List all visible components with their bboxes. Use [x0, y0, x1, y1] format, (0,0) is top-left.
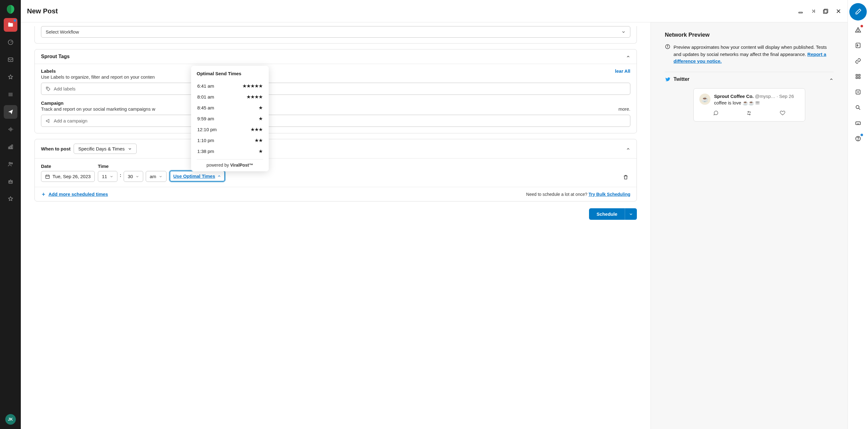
- date-picker[interactable]: Tue, Sep 26, 2023: [41, 171, 95, 182]
- tweet-preview: ☕ Sprout Coffee Co. @mysp… · Sep 26 coff…: [693, 88, 805, 121]
- nav-bot[interactable]: [4, 175, 18, 189]
- minute-value: 30: [128, 174, 133, 179]
- megaphone-icon: [46, 118, 51, 123]
- add-more-times-button[interactable]: Add more scheduled times: [41, 192, 108, 197]
- when-label: When to post: [41, 146, 70, 151]
- dock-right-icon[interactable]: [810, 8, 816, 14]
- optimal-time-label: 8:45 am: [197, 105, 214, 110]
- alerts-button[interactable]: [852, 24, 864, 36]
- star-rating: ★★: [254, 137, 262, 143]
- star-rating: ★: [258, 105, 262, 111]
- when-mode-select[interactable]: Specific Days & Times: [74, 144, 137, 154]
- chevron-up-icon: [829, 77, 834, 81]
- tags-panel-toggle[interactable]: Sprout Tags: [35, 50, 637, 64]
- add-more-label: Add more scheduled times: [49, 192, 108, 197]
- campaign-input[interactable]: Add a campaign: [41, 115, 630, 127]
- close-icon[interactable]: [836, 8, 841, 14]
- info-icon: [665, 44, 671, 65]
- svg-point-16: [9, 181, 10, 182]
- network-name: Twitter: [674, 77, 689, 82]
- workflow-select[interactable]: Select Workflow: [41, 26, 630, 38]
- schedule-split-button[interactable]: [625, 208, 637, 220]
- chevron-up-icon: [626, 147, 630, 151]
- nav-list[interactable]: [4, 88, 18, 101]
- when-mode-value: Specific Days & Times: [78, 146, 125, 151]
- star-rating: ★: [258, 148, 262, 154]
- bulk-hint: Need to schedule a lot at once? Try Bulk…: [526, 192, 630, 197]
- labels-desc: Use Labels to organize, filter and repor…: [41, 74, 630, 80]
- nav-reviews[interactable]: [4, 192, 18, 206]
- schedule-panel-toggle[interactable]: When to post Specific Days & Times: [35, 139, 637, 158]
- svg-point-17: [11, 181, 12, 182]
- nav-publishing[interactable]: [4, 105, 18, 119]
- svg-point-45: [856, 105, 859, 109]
- add-panel-button[interactable]: [852, 86, 864, 98]
- grid-button[interactable]: [852, 70, 864, 83]
- svg-point-25: [47, 88, 48, 88]
- minute-select[interactable]: 30: [124, 171, 143, 182]
- optimal-time-option[interactable]: 8:01 am★★★★: [197, 91, 263, 102]
- nav-people[interactable]: [4, 157, 18, 171]
- svg-point-53: [858, 140, 858, 140]
- network-toggle-twitter[interactable]: Twitter: [665, 72, 834, 86]
- workflow-placeholder: Select Workflow: [46, 29, 79, 34]
- tag-icon: [46, 86, 51, 91]
- campaign-desc: Track and report on your social marketin…: [41, 106, 155, 112]
- svg-point-14: [11, 163, 12, 164]
- svg-point-13: [9, 162, 10, 164]
- optimal-time-label: 9:59 am: [197, 116, 214, 121]
- optimal-time-option[interactable]: 1:10 pm★★: [197, 135, 263, 146]
- delete-time-button[interactable]: [621, 173, 630, 182]
- hour-select[interactable]: 11: [98, 171, 118, 182]
- nav-folder[interactable]: [4, 18, 18, 32]
- labels-placeholder: Add labels: [54, 86, 75, 91]
- nav-dashboard[interactable]: [4, 35, 18, 49]
- date-label: Date: [41, 164, 95, 169]
- optimal-times-button[interactable]: Use Optimal Times: [169, 171, 225, 181]
- optimal-times-popover: Optimal Send Times 6:41 am★★★★★8:01 am★★…: [191, 66, 269, 171]
- reply-icon[interactable]: [713, 110, 719, 116]
- ampm-value: am: [150, 174, 156, 179]
- svg-rect-1: [8, 58, 13, 62]
- optimal-time-label: 8:01 am: [197, 94, 214, 99]
- user-avatar[interactable]: JK: [5, 414, 16, 425]
- schedule-button[interactable]: Schedule: [589, 208, 625, 220]
- minimize-icon[interactable]: [798, 8, 803, 14]
- bulk-link[interactable]: Try Bulk Scheduling: [588, 192, 630, 197]
- ampm-select[interactable]: am: [146, 171, 166, 182]
- nav-pinned[interactable]: [4, 70, 18, 84]
- calendar-icon: [45, 174, 50, 179]
- chevron-up-icon: [626, 54, 630, 59]
- compose-form: Select Workflow Sprout Tags: [21, 22, 651, 429]
- svg-rect-12: [11, 145, 12, 149]
- energy-button[interactable]: [852, 39, 864, 52]
- labels-clear-link[interactable]: lear All: [615, 68, 630, 74]
- nav-inbox[interactable]: [4, 53, 18, 66]
- optimal-time-label: 1:38 pm: [197, 149, 214, 154]
- tweet-avatar: ☕: [699, 93, 711, 105]
- retweet-icon[interactable]: [746, 110, 752, 116]
- link-button[interactable]: [852, 55, 864, 67]
- optimal-time-option[interactable]: 12:10 pm★★★: [197, 124, 263, 135]
- window-icon[interactable]: [823, 8, 829, 14]
- svg-rect-38: [856, 74, 858, 76]
- labels-input[interactable]: Add labels: [41, 83, 630, 95]
- hour-value: 11: [102, 174, 107, 179]
- like-icon[interactable]: [780, 110, 785, 116]
- optimal-time-option[interactable]: 8:45 am★: [197, 102, 263, 113]
- popover-footer: powered by ViralPost™: [197, 159, 263, 168]
- optimal-time-option[interactable]: 1:38 pm★: [197, 146, 263, 157]
- optimal-time-option[interactable]: 6:41 am★★★★★: [197, 81, 263, 91]
- compose-button[interactable]: [849, 3, 867, 21]
- optimal-time-option[interactable]: 9:59 am★: [197, 113, 263, 124]
- svg-rect-26: [46, 175, 50, 178]
- keyboard-button[interactable]: [852, 117, 864, 129]
- nav-reports[interactable]: [4, 140, 18, 153]
- svg-rect-39: [858, 74, 860, 76]
- tweet-date: Sep 26: [779, 93, 794, 99]
- help-button[interactable]: [852, 133, 864, 145]
- nav-listening[interactable]: [4, 122, 18, 136]
- optimal-time-label: 1:10 pm: [197, 138, 214, 143]
- optimal-time-label: 6:41 am: [197, 83, 214, 89]
- search-button[interactable]: [852, 101, 864, 114]
